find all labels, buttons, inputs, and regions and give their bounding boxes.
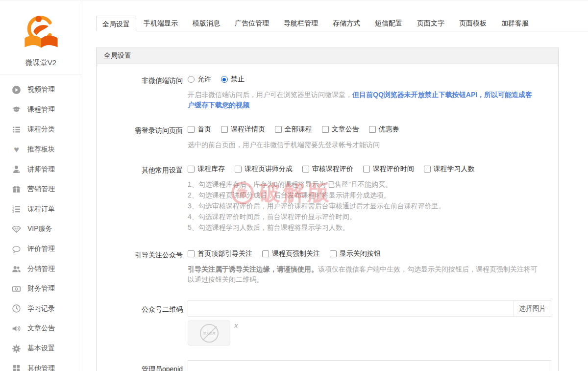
- sidebar-item-records[interactable]: 学习记录: [0, 299, 82, 319]
- grid-icon: [12, 364, 21, 371]
- tab-page-template[interactable]: 页面模板: [452, 15, 494, 31]
- help-guide-follow: 引导关注属于诱导关注边缘，请谨慎使用。该项仅在微信客户端中生效，勾选显示关闭按钮…: [188, 264, 558, 285]
- sidebar-item-label: 学习记录: [27, 304, 55, 313]
- sidebar-item-marketing[interactable]: 营销管理: [0, 179, 82, 199]
- sidebar-item-distribution[interactable]: 分销管理: [0, 259, 82, 279]
- sidebar-item-label: 营销管理: [27, 185, 55, 194]
- sidebar-item-articles[interactable]: 文章公告: [0, 319, 82, 339]
- checkbox-articles[interactable]: 文章公告: [322, 125, 359, 134]
- tab-bar: 全局设置 手机端显示 模版消息 广告位管理 导航栏管理 存储方式 短信配置 页面…: [96, 15, 588, 31]
- choose-image-button[interactable]: 选择图片: [514, 300, 551, 317]
- checkbox-all-courses[interactable]: 全部课程: [275, 125, 312, 134]
- radio-allow[interactable]: 允许: [188, 75, 211, 84]
- checkbox-course-stock[interactable]: 课程库存: [188, 165, 225, 173]
- radio-forbid-input[interactable]: [221, 76, 228, 83]
- field-label-wechat-access: 非微信端访问: [97, 75, 183, 85]
- checkbox-home-top-guide[interactable]: 首页顶部引导关注: [188, 249, 252, 258]
- field-label-qrcode: 公众号二维码: [97, 300, 183, 317]
- money-icon: [12, 284, 21, 294]
- qrcode-input[interactable]: [188, 300, 514, 317]
- help-common-settings: 1、勾选课程库存后，库存为0的课程将显示为“已售罄”且不能购买。 2、勾选课程页…: [188, 179, 558, 233]
- main-content: 全局设置 手机端显示 模版消息 广告位管理 导航栏管理 存储方式 短信配置 页面…: [83, 0, 588, 371]
- gear-icon: [12, 344, 21, 353]
- sidebar-item-vip[interactable]: VIP服务: [0, 219, 82, 239]
- tab-storage[interactable]: 存储方式: [325, 15, 368, 31]
- sidebar-item-label: 分销管理: [27, 265, 55, 273]
- tab-group-service[interactable]: 加群客服: [494, 15, 536, 31]
- ordered-list-icon: 123: [12, 204, 21, 214]
- tab-mobile-display[interactable]: 手机端显示: [136, 15, 185, 31]
- clock-icon: [12, 304, 21, 313]
- sidebar-item-label: 推荐板块: [27, 145, 55, 154]
- remove-image-button[interactable]: x: [234, 322, 238, 329]
- svg-text:3: 3: [12, 210, 14, 214]
- tab-template-messages[interactable]: 模版消息: [185, 15, 227, 31]
- admin-openid-input[interactable]: [188, 360, 551, 371]
- sidebar-menu: 视频管理 课程管理 课程分类 ♥ 推荐板块 讲师管理 营销管理 123 课程订单: [0, 75, 82, 371]
- sidebar-item-label: 评价管理: [27, 245, 55, 253]
- checkbox-instructor-share[interactable]: 课程页讲师分成: [235, 165, 293, 173]
- radio-allow-input[interactable]: [188, 76, 195, 83]
- sidebar-item-label: 文章公告: [27, 324, 55, 333]
- sidebar-item-video[interactable]: 视频管理: [0, 80, 82, 100]
- checkbox-review-time[interactable]: 课程评价时间: [363, 165, 414, 173]
- diamond-icon: [12, 224, 21, 234]
- sidebar-item-label: 视频管理: [27, 85, 55, 94]
- app-logo-icon: [21, 11, 62, 52]
- help-wechat-access: 开启非微信端访问后，用户可在浏览器里访问微课堂，但目前QQ浏览器未开放禁止下载按…: [188, 90, 558, 110]
- checkbox-coupons[interactable]: 优惠券: [369, 125, 399, 134]
- checkbox-learner-count[interactable]: 课程学习人数: [424, 165, 475, 173]
- sidebar-item-other[interactable]: 其他管理: [0, 358, 82, 371]
- tab-sms-config[interactable]: 短信配置: [368, 15, 410, 31]
- sidebar-item-course[interactable]: 课程管理: [0, 100, 82, 120]
- settings-panel: 全局设置 微 破解版 非微信端访问 允许 禁止: [96, 48, 559, 371]
- megaphone-icon: [12, 324, 21, 333]
- sidebar-item-recommend[interactable]: ♥ 推荐板块: [0, 140, 82, 160]
- tab-global-settings[interactable]: 全局设置: [96, 16, 136, 31]
- sidebar-item-finance[interactable]: 财务管理: [0, 279, 82, 299]
- checkbox-course-detail[interactable]: 课程详情页: [221, 125, 265, 134]
- users-icon: [12, 264, 21, 273]
- field-label-guide-follow: 引导关注公众号: [97, 249, 183, 260]
- sidebar-item-category[interactable]: 课程分类: [0, 120, 82, 140]
- field-label-admin-openid: 管理员openid: [97, 360, 183, 371]
- list-icon: [12, 125, 21, 134]
- sidebar-item-orders[interactable]: 123 课程订单: [0, 199, 82, 220]
- tab-ad-management[interactable]: 广告位管理: [227, 15, 276, 31]
- gift-icon: [12, 185, 21, 194]
- field-label-common-settings: 其他常用设置: [97, 165, 183, 175]
- sidebar-item-label: 讲师管理: [27, 165, 55, 174]
- sidebar-item-instructor[interactable]: 讲师管理: [0, 159, 82, 179]
- help-guide-follow-warning: 引导关注属于诱导关注边缘，请谨慎使用。: [188, 265, 318, 273]
- instructor-icon: [12, 165, 21, 174]
- sidebar-item-settings[interactable]: 基本设置: [0, 339, 82, 359]
- no-image-icon: 暂无图片: [200, 324, 219, 343]
- field-label-login-pages: 需登录访问页面: [97, 125, 183, 135]
- help-login-pages: 选中的前台页面，用户在非微信手机端需要先登录帐号才能访问: [188, 140, 558, 150]
- checkbox-review-audit[interactable]: 审核课程评价: [302, 165, 353, 173]
- comment-icon: [12, 245, 21, 254]
- sidebar-item-reviews[interactable]: 评价管理: [0, 239, 82, 259]
- sidebar-item-label: 其他管理: [27, 364, 55, 371]
- sidebar-item-label: 课程分类: [27, 125, 55, 134]
- sidebar: 微课堂V2 视频管理 课程管理 课程分类 ♥ 推荐板块 讲师管理 营销管理 12…: [0, 0, 82, 371]
- sidebar-item-label: 基本设置: [27, 344, 55, 353]
- qrcode-preview: 暂无图片: [188, 321, 230, 346]
- panel-title: 全局设置: [97, 48, 558, 64]
- logo-area: 微课堂V2: [0, 0, 82, 75]
- checkbox-show-close-button[interactable]: 显示关闭按钮: [330, 249, 381, 258]
- tab-navbar-management[interactable]: 导航栏管理: [276, 15, 325, 31]
- checkbox-home[interactable]: 首页: [188, 125, 211, 134]
- heart-icon: ♥: [12, 145, 21, 154]
- sidebar-item-label: 课程管理: [27, 105, 55, 114]
- sidebar-item-label: 课程订单: [27, 205, 55, 214]
- play-icon: [12, 85, 21, 95]
- tab-page-text[interactable]: 页面文字: [410, 15, 452, 31]
- radio-forbid[interactable]: 禁止: [221, 75, 245, 84]
- sidebar-item-label: 财务管理: [27, 284, 55, 293]
- app-title: 微课堂V2: [0, 58, 82, 68]
- sidebar-item-label: VIP服务: [27, 224, 52, 233]
- graduation-cap-icon: [12, 105, 21, 114]
- checkbox-course-force-follow[interactable]: 课程页强制关注: [262, 249, 320, 258]
